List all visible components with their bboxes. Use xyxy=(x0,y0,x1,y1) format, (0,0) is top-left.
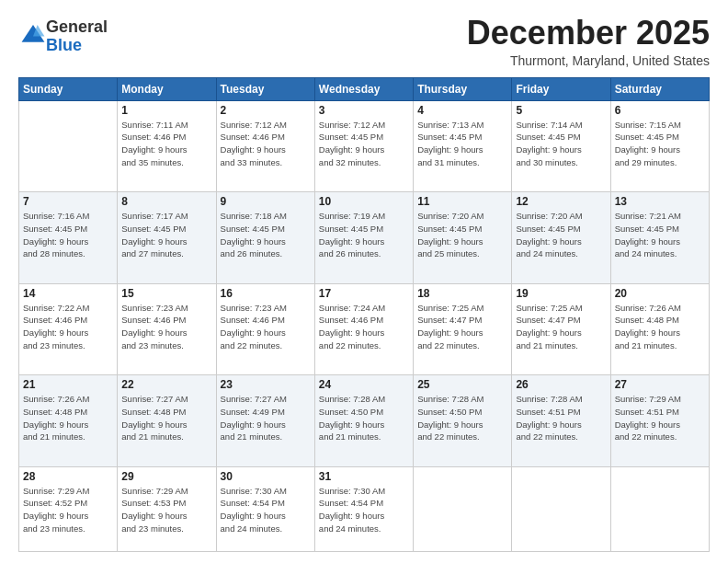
day-info: Sunrise: 7:25 AM Sunset: 4:47 PM Dayligh… xyxy=(417,302,507,352)
title-section: December 2025 Thurmont, Maryland, United… xyxy=(467,15,710,68)
calendar-cell: 5Sunrise: 7:14 AM Sunset: 4:45 PM Daylig… xyxy=(512,100,610,191)
day-number: 16 xyxy=(221,287,311,300)
logo-icon xyxy=(20,22,46,48)
calendar-cell: 27Sunrise: 7:29 AM Sunset: 4:51 PM Dayli… xyxy=(610,375,709,466)
day-number: 14 xyxy=(23,287,113,300)
day-info: Sunrise: 7:29 AM Sunset: 4:53 PM Dayligh… xyxy=(121,485,211,535)
day-number: 7 xyxy=(23,195,113,208)
col-header-friday: Friday xyxy=(512,77,610,100)
day-number: 8 xyxy=(121,195,211,208)
calendar-header-row: SundayMondayTuesdayWednesdayThursdayFrid… xyxy=(19,77,710,100)
day-info: Sunrise: 7:20 AM Sunset: 4:45 PM Dayligh… xyxy=(516,210,606,260)
calendar-cell: 8Sunrise: 7:17 AM Sunset: 4:45 PM Daylig… xyxy=(118,192,216,283)
calendar-cell: 29Sunrise: 7:29 AM Sunset: 4:53 PM Dayli… xyxy=(118,466,216,551)
calendar-week-row: 21Sunrise: 7:26 AM Sunset: 4:48 PM Dayli… xyxy=(19,375,710,466)
day-number: 3 xyxy=(319,104,409,117)
calendar-cell: 19Sunrise: 7:25 AM Sunset: 4:47 PM Dayli… xyxy=(512,283,610,374)
calendar-week-row: 1Sunrise: 7:11 AM Sunset: 4:46 PM Daylig… xyxy=(19,100,710,191)
calendar-cell: 7Sunrise: 7:16 AM Sunset: 4:45 PM Daylig… xyxy=(19,192,118,283)
day-info: Sunrise: 7:13 AM Sunset: 4:45 PM Dayligh… xyxy=(417,119,507,169)
day-number: 22 xyxy=(121,378,211,391)
calendar-cell: 25Sunrise: 7:28 AM Sunset: 4:50 PM Dayli… xyxy=(414,375,512,466)
logo-general: General xyxy=(46,17,108,36)
calendar-cell xyxy=(19,100,118,191)
day-info: Sunrise: 7:12 AM Sunset: 4:46 PM Dayligh… xyxy=(221,119,311,169)
calendar-cell: 22Sunrise: 7:27 AM Sunset: 4:48 PM Dayli… xyxy=(118,375,216,466)
day-number: 23 xyxy=(221,378,311,391)
day-number: 13 xyxy=(615,195,705,208)
col-header-tuesday: Tuesday xyxy=(216,77,314,100)
day-info: Sunrise: 7:26 AM Sunset: 4:48 PM Dayligh… xyxy=(23,393,113,443)
day-info: Sunrise: 7:29 AM Sunset: 4:51 PM Dayligh… xyxy=(615,393,705,443)
day-info: Sunrise: 7:16 AM Sunset: 4:45 PM Dayligh… xyxy=(23,210,113,260)
day-number: 9 xyxy=(221,195,311,208)
calendar-cell: 31Sunrise: 7:30 AM Sunset: 4:54 PM Dayli… xyxy=(314,466,413,551)
calendar-cell: 15Sunrise: 7:23 AM Sunset: 4:46 PM Dayli… xyxy=(118,283,216,374)
calendar-cell xyxy=(512,466,610,551)
day-info: Sunrise: 7:18 AM Sunset: 4:45 PM Dayligh… xyxy=(221,210,311,260)
calendar-cell: 9Sunrise: 7:18 AM Sunset: 4:45 PM Daylig… xyxy=(216,192,314,283)
month-title: December 2025 xyxy=(467,15,710,52)
calendar-cell: 6Sunrise: 7:15 AM Sunset: 4:45 PM Daylig… xyxy=(610,100,709,191)
day-number: 17 xyxy=(319,287,409,300)
day-number: 11 xyxy=(417,195,507,208)
day-info: Sunrise: 7:24 AM Sunset: 4:46 PM Dayligh… xyxy=(319,302,409,352)
day-number: 31 xyxy=(319,470,409,483)
calendar-week-row: 14Sunrise: 7:22 AM Sunset: 4:46 PM Dayli… xyxy=(19,283,710,374)
day-number: 1 xyxy=(121,104,211,117)
calendar-cell: 1Sunrise: 7:11 AM Sunset: 4:46 PM Daylig… xyxy=(118,100,216,191)
calendar-cell: 4Sunrise: 7:13 AM Sunset: 4:45 PM Daylig… xyxy=(414,100,512,191)
calendar: SundayMondayTuesdayWednesdayThursdayFrid… xyxy=(18,77,710,552)
calendar-week-row: 28Sunrise: 7:29 AM Sunset: 4:52 PM Dayli… xyxy=(19,466,710,551)
day-info: Sunrise: 7:22 AM Sunset: 4:46 PM Dayligh… xyxy=(23,302,113,352)
logo-blue: Blue xyxy=(46,36,82,54)
day-info: Sunrise: 7:12 AM Sunset: 4:45 PM Dayligh… xyxy=(319,119,409,169)
day-number: 25 xyxy=(417,378,507,391)
calendar-cell: 10Sunrise: 7:19 AM Sunset: 4:45 PM Dayli… xyxy=(314,192,413,283)
day-info: Sunrise: 7:26 AM Sunset: 4:48 PM Dayligh… xyxy=(615,302,705,352)
day-info: Sunrise: 7:30 AM Sunset: 4:54 PM Dayligh… xyxy=(221,485,311,535)
calendar-cell: 28Sunrise: 7:29 AM Sunset: 4:52 PM Dayli… xyxy=(19,466,118,551)
header: General Blue December 2025 Thurmont, Mar… xyxy=(18,15,710,68)
day-number: 2 xyxy=(221,104,311,117)
calendar-cell xyxy=(610,466,709,551)
day-number: 28 xyxy=(23,470,113,483)
day-info: Sunrise: 7:29 AM Sunset: 4:52 PM Dayligh… xyxy=(23,485,113,535)
day-number: 20 xyxy=(615,287,705,300)
day-info: Sunrise: 7:14 AM Sunset: 4:45 PM Dayligh… xyxy=(516,119,606,169)
logo: General Blue xyxy=(18,18,108,55)
day-info: Sunrise: 7:27 AM Sunset: 4:49 PM Dayligh… xyxy=(221,393,311,443)
day-info: Sunrise: 7:15 AM Sunset: 4:45 PM Dayligh… xyxy=(615,119,705,169)
day-number: 4 xyxy=(417,104,507,117)
day-info: Sunrise: 7:27 AM Sunset: 4:48 PM Dayligh… xyxy=(121,393,211,443)
day-info: Sunrise: 7:21 AM Sunset: 4:45 PM Dayligh… xyxy=(615,210,705,260)
calendar-cell: 26Sunrise: 7:28 AM Sunset: 4:51 PM Dayli… xyxy=(512,375,610,466)
day-number: 18 xyxy=(417,287,507,300)
day-number: 6 xyxy=(615,104,705,117)
calendar-cell: 2Sunrise: 7:12 AM Sunset: 4:46 PM Daylig… xyxy=(216,100,314,191)
day-number: 12 xyxy=(516,195,606,208)
col-header-sunday: Sunday xyxy=(19,77,118,100)
day-number: 27 xyxy=(615,378,705,391)
day-info: Sunrise: 7:28 AM Sunset: 4:50 PM Dayligh… xyxy=(319,393,409,443)
location-title: Thurmont, Maryland, United States xyxy=(467,53,710,68)
day-number: 5 xyxy=(516,104,606,117)
day-number: 10 xyxy=(319,195,409,208)
calendar-cell: 24Sunrise: 7:28 AM Sunset: 4:50 PM Dayli… xyxy=(314,375,413,466)
calendar-cell: 3Sunrise: 7:12 AM Sunset: 4:45 PM Daylig… xyxy=(314,100,413,191)
day-info: Sunrise: 7:11 AM Sunset: 4:46 PM Dayligh… xyxy=(121,119,211,169)
calendar-cell: 11Sunrise: 7:20 AM Sunset: 4:45 PM Dayli… xyxy=(414,192,512,283)
col-header-saturday: Saturday xyxy=(610,77,709,100)
calendar-cell: 16Sunrise: 7:23 AM Sunset: 4:46 PM Dayli… xyxy=(216,283,314,374)
day-info: Sunrise: 7:19 AM Sunset: 4:45 PM Dayligh… xyxy=(319,210,409,260)
calendar-week-row: 7Sunrise: 7:16 AM Sunset: 4:45 PM Daylig… xyxy=(19,192,710,283)
day-number: 21 xyxy=(23,378,113,391)
day-number: 26 xyxy=(516,378,606,391)
day-number: 30 xyxy=(221,470,311,483)
calendar-cell: 30Sunrise: 7:30 AM Sunset: 4:54 PM Dayli… xyxy=(216,466,314,551)
col-header-thursday: Thursday xyxy=(414,77,512,100)
day-number: 15 xyxy=(121,287,211,300)
day-number: 19 xyxy=(516,287,606,300)
day-info: Sunrise: 7:28 AM Sunset: 4:51 PM Dayligh… xyxy=(516,393,606,443)
col-header-wednesday: Wednesday xyxy=(314,77,413,100)
